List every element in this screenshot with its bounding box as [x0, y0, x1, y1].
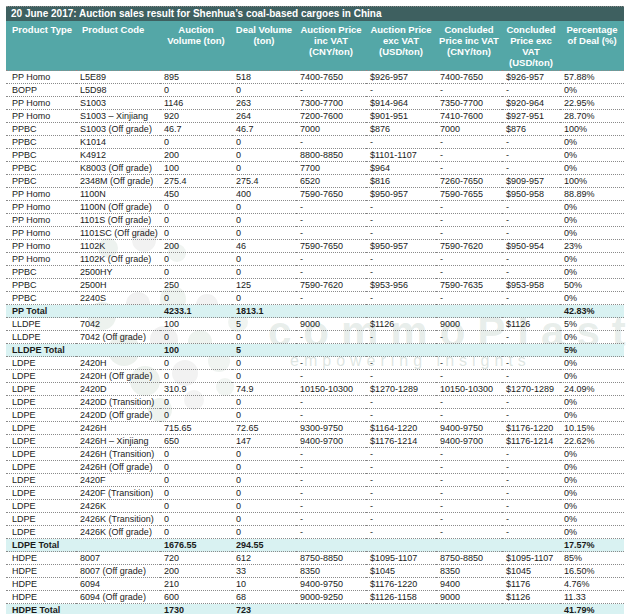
product-type-cell: PPBC — [6, 266, 76, 279]
table-body: PP HomoL5E898955187400-7650$926-9577400-… — [6, 71, 624, 614]
product-code-cell: 2426K — [76, 500, 160, 513]
value-cell — [502, 305, 560, 318]
product-type-cell: PP Homo — [6, 240, 76, 253]
deal-percentage-cell: 85% — [560, 552, 624, 565]
product-code-cell: K1014 — [76, 136, 160, 149]
value-cell: 0 — [160, 201, 232, 214]
value-cell: - — [436, 331, 502, 344]
deal-percentage-cell: 0% — [560, 487, 624, 500]
value-cell: 0 — [160, 357, 232, 370]
value-cell: 0 — [160, 136, 232, 149]
value-cell: 0 — [160, 214, 232, 227]
value-cell: - — [502, 266, 560, 279]
value-cell: - — [436, 370, 502, 383]
value-cell: $1126 — [502, 318, 560, 331]
value-cell: - — [502, 513, 560, 526]
total-row: LDPE Total1676.55294.5517.57% — [6, 539, 624, 552]
value-cell: 0 — [232, 253, 296, 266]
product-type-cell: PP Homo — [6, 188, 76, 201]
value-cell: 7300-7700 — [296, 97, 366, 110]
value-cell: - — [296, 396, 366, 409]
value-cell — [366, 539, 436, 552]
deal-percentage-cell: 0% — [560, 526, 624, 539]
value-cell: 9000-9250 — [296, 591, 366, 604]
product-code-cell: 8007 — [76, 552, 160, 565]
value-cell: 7590-7620 — [436, 240, 502, 253]
value-cell: - — [436, 214, 502, 227]
value-cell — [366, 604, 436, 614]
value-cell: - — [366, 292, 436, 305]
value-cell: $964 — [366, 162, 436, 175]
product-type-cell: HDPE Total — [6, 604, 76, 614]
deal-percentage-cell: 24.09% — [560, 383, 624, 396]
column-header: Auction Price exc VAT (USD/ton) — [366, 21, 436, 71]
product-type-cell: LDPE — [6, 448, 76, 461]
deal-percentage-cell: 0% — [560, 136, 624, 149]
value-cell: - — [436, 84, 502, 97]
table-row: LDPE2420D (Transition)00----0% — [6, 396, 624, 409]
product-code-cell: 2426H (Off grade) — [76, 461, 160, 474]
value-cell: 0 — [232, 474, 296, 487]
deal-percentage-cell: 0% — [560, 84, 624, 97]
product-type-cell: LDPE — [6, 474, 76, 487]
value-cell: - — [502, 331, 560, 344]
deal-percentage-cell: 0% — [560, 162, 624, 175]
value-cell: - — [502, 526, 560, 539]
value-cell: 0 — [160, 227, 232, 240]
product-type-cell: PPBC — [6, 175, 76, 188]
deal-percentage-cell: 22.95% — [560, 97, 624, 110]
product-type-cell: PPBC — [6, 162, 76, 175]
product-code-cell: 1102K (Off grade) — [76, 253, 160, 266]
product-code-cell: L5E89 — [76, 71, 160, 84]
table-row: LDPE2426K (Off grade)00----0% — [6, 526, 624, 539]
value-cell: - — [366, 201, 436, 214]
value-cell: 7260-7650 — [436, 175, 502, 188]
product-type-cell: LDPE — [6, 409, 76, 422]
value-cell: - — [366, 448, 436, 461]
value-cell: $909-957 — [502, 175, 560, 188]
value-cell: - — [436, 162, 502, 175]
value-cell: - — [366, 84, 436, 97]
value-cell: - — [436, 500, 502, 513]
product-code-cell — [76, 604, 160, 614]
value-cell: 5 — [232, 344, 296, 357]
value-cell: 275.4 — [232, 175, 296, 188]
value-cell: 0 — [160, 500, 232, 513]
value-cell: 8750-8850 — [296, 552, 366, 565]
value-cell: - — [366, 331, 436, 344]
value-cell: $926-957 — [366, 71, 436, 84]
deal-percentage-cell: 0% — [560, 474, 624, 487]
product-code-cell: S1003 — [76, 97, 160, 110]
value-cell: 33 — [232, 565, 296, 578]
value-cell — [296, 344, 366, 357]
value-cell: 46 — [232, 240, 296, 253]
deal-percentage-cell: 50% — [560, 279, 624, 292]
product-type-cell: PP Homo — [6, 227, 76, 240]
value-cell: 0 — [160, 448, 232, 461]
table-row: LDPE2420D (Off grade)00----0% — [6, 409, 624, 422]
table-row: LLDPE7042 (Off grade)00----0% — [6, 331, 624, 344]
product-type-cell: LDPE — [6, 370, 76, 383]
value-cell: - — [502, 500, 560, 513]
value-cell: $1045 — [366, 565, 436, 578]
value-cell: - — [502, 461, 560, 474]
product-code-cell: 8007 (Off grade) — [76, 565, 160, 578]
value-cell: - — [436, 396, 502, 409]
value-cell: - — [502, 474, 560, 487]
product-type-cell: PP Homo — [6, 110, 76, 123]
value-cell: 9000 — [296, 318, 366, 331]
value-cell: 9400-9750 — [296, 578, 366, 591]
value-cell: 8800-8850 — [296, 149, 366, 162]
value-cell: - — [366, 227, 436, 240]
value-cell: $920-964 — [502, 97, 560, 110]
value-cell: 0 — [160, 84, 232, 97]
report-title: 20 June 2017: Auction sales result for S… — [6, 6, 624, 21]
value-cell: - — [296, 357, 366, 370]
product-code-cell: 2500H — [76, 279, 160, 292]
value-cell: - — [296, 136, 366, 149]
value-cell: 0 — [160, 513, 232, 526]
table-row: PP Homo1101S (Off grade)00----0% — [6, 214, 624, 227]
product-code-cell: 7042 (Off grade) — [76, 331, 160, 344]
table-row: PPBC2240S00----0% — [6, 292, 624, 305]
deal-percentage-cell: 88.89% — [560, 188, 624, 201]
